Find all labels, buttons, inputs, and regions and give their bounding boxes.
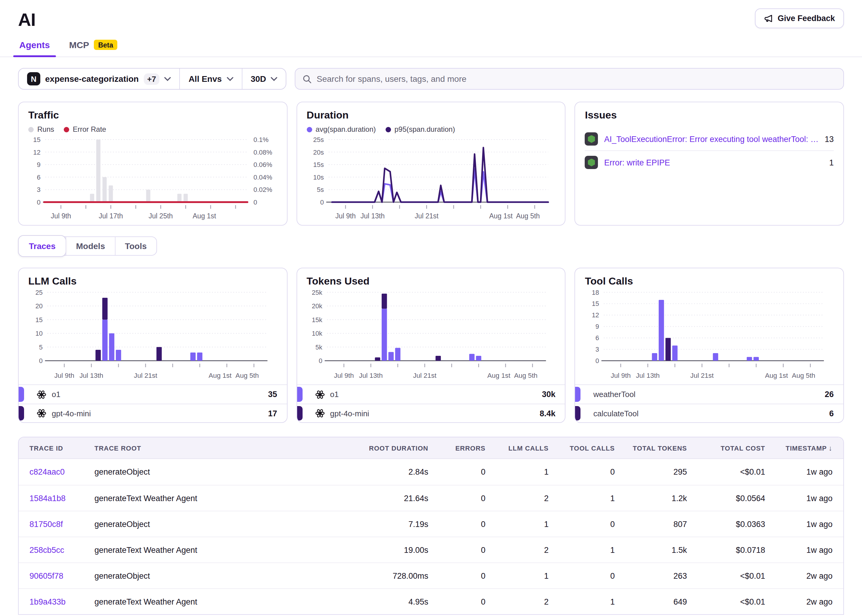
series-swatch <box>19 387 24 402</box>
table-row[interactable]: 90605f78generateObject728.00ms010263<$0.… <box>19 563 843 588</box>
tab-agents[interactable]: Agents <box>18 40 51 57</box>
env-label: All Envs <box>188 74 222 83</box>
series-label: o1 <box>52 390 262 399</box>
traffic-bar <box>108 185 113 202</box>
col-timestamp[interactable]: TIMESTAMP↓ <box>765 444 832 452</box>
cell-trace-root: generateText Weather Agent <box>94 545 332 554</box>
series-total: 6 <box>829 409 834 418</box>
svg-text:Jul 25th: Jul 25th <box>149 212 173 220</box>
table-row[interactable]: 1584a1b8generateText Weather Agent21.64s… <box>19 485 843 511</box>
search-icon <box>303 74 312 83</box>
llm_calls-bar-gpt-4o-mini <box>156 347 162 361</box>
col-root-duration[interactable]: ROOT DURATION <box>332 444 428 451</box>
env-selector[interactable]: All Envs <box>179 69 242 89</box>
series-label: calculateTool <box>594 409 824 418</box>
cell-timestamp[interactable]: 1w ago <box>765 519 832 528</box>
llm_calls-bar-o1 <box>116 350 121 361</box>
nodejs-icon <box>585 132 598 146</box>
cell-trace-id[interactable]: 90605f78 <box>30 571 94 580</box>
runs-dot <box>28 127 34 132</box>
llm_calls-bar-o1 <box>109 333 115 361</box>
issue-link[interactable]: Error: write EPIPE <box>604 158 823 167</box>
cell-trace-root: generateObject <box>94 519 332 528</box>
metric-cards: LLM Calls 0510152025Jul 9thJul 13thJul 2… <box>18 268 844 423</box>
svg-text:Jul 9th: Jul 9th <box>55 372 74 379</box>
cell-trace-id[interactable]: 1584a1b8 <box>30 493 94 503</box>
legend-row-o1[interactable]: o135 <box>19 385 287 404</box>
svg-text:Jul 13th: Jul 13th <box>360 212 385 220</box>
issue-link[interactable]: AI_ToolExecutionError: Error executing t… <box>604 134 819 143</box>
cell-errors: 0 <box>428 493 485 503</box>
cell-trace-id[interactable]: 258cb5cc <box>30 545 94 554</box>
traffic-chart: 0030.02%60.04%90.06%120.08%150.1%Jul 9th… <box>28 134 277 222</box>
tokens_used-bar-o1 <box>388 352 394 361</box>
traces-table: TRACE ID TRACE ROOT ROOT DURATION ERRORS… <box>18 437 844 615</box>
tool_calls-bar-weatherTool <box>672 346 678 361</box>
legend-row-o1[interactable]: o130k <box>297 385 565 404</box>
col-errors[interactable]: ERRORS <box>428 444 485 451</box>
llm_calls-bar-o1 <box>197 352 203 361</box>
cell-timestamp[interactable]: 1w ago <box>765 493 832 503</box>
traffic-bar <box>102 177 107 202</box>
cell-timestamp[interactable]: 1w ago <box>765 467 832 476</box>
main-content: N expense-categorization +7 All Envs 30D <box>0 68 862 615</box>
svg-text:Jul 13th: Jul 13th <box>636 372 660 379</box>
tool_calls-bar-weatherTool <box>754 357 759 361</box>
legend-row-gpt-4o-mini[interactable]: gpt-4o-mini8.4k <box>297 404 565 422</box>
project-selector[interactable]: N expense-categorization +7 <box>19 69 179 89</box>
svg-text:0: 0 <box>319 357 322 365</box>
cell-timestamp[interactable]: 2w ago <box>765 571 832 580</box>
subtab-tools[interactable]: Tools <box>115 237 156 255</box>
svg-text:20s: 20s <box>313 149 323 156</box>
traffic-bar <box>177 194 182 202</box>
cell-trace-root: generateObject <box>94 571 332 580</box>
col-total-cost[interactable]: TOTAL COST <box>687 444 765 451</box>
svg-text:15: 15 <box>36 316 43 324</box>
table-row[interactable]: c824aac0generateObject2.84s010295<$0.011… <box>19 459 843 485</box>
svg-text:Aug 5th: Aug 5th <box>792 372 816 379</box>
search-bar[interactable] <box>295 68 844 90</box>
series-total: 30k <box>542 390 556 399</box>
date-range-selector[interactable]: 30D <box>242 69 286 89</box>
cell-trace-id[interactable]: 81750c8f <box>30 519 94 528</box>
legend-row-calculateTool[interactable]: calculateTool6 <box>575 404 843 422</box>
table-row[interactable]: 81750c8fgenerateObject7.19s010807$0.0363… <box>19 511 843 537</box>
table-body: c824aac0generateObject2.84s010295<$0.011… <box>19 459 843 614</box>
search-input[interactable] <box>317 74 836 83</box>
tab-mcp[interactable]: MCP Beta <box>68 40 119 57</box>
cell-total-cost: <$0.01 <box>687 571 765 580</box>
give-feedback-button[interactable]: Give Feedback <box>755 8 844 28</box>
table-row[interactable]: 258cb5ccgenerateText Weather Agent19.00s… <box>19 537 843 563</box>
table-row[interactable]: 1b9a433bgenerateText Weather Agent4.95s0… <box>19 588 843 614</box>
active-tab-underline <box>13 55 56 57</box>
col-tool-calls[interactable]: TOOL CALLS <box>549 444 615 451</box>
subtab-models[interactable]: Models <box>66 237 115 255</box>
cell-total-tokens: 649 <box>615 597 687 606</box>
issue-list: AI_ToolExecutionError: Error executing t… <box>585 127 834 174</box>
svg-text:Jul 21st: Jul 21st <box>415 212 438 220</box>
cell-llm-calls: 2 <box>485 597 549 606</box>
svg-text:25k: 25k <box>312 289 322 296</box>
cell-total-cost: $0.0718 <box>687 545 765 554</box>
cell-trace-id[interactable]: 1b9a433b <box>30 597 94 606</box>
megaphone-icon <box>764 14 773 23</box>
col-trace-id[interactable]: TRACE ID <box>30 444 94 451</box>
legend-row-weatherTool[interactable]: weatherTool26 <box>575 385 843 404</box>
openai-icon <box>315 390 325 399</box>
series-label: gpt-4o-mini <box>330 409 534 418</box>
issue-row: AI_ToolExecutionError: Error executing t… <box>585 127 834 150</box>
project-extra-count: +7 <box>143 73 160 85</box>
col-trace-root[interactable]: TRACE ROOT <box>94 444 332 451</box>
legend-row-gpt-4o-mini[interactable]: gpt-4o-mini17 <box>19 404 287 422</box>
series-swatch <box>575 387 581 402</box>
cell-timestamp[interactable]: 1w ago <box>765 545 832 554</box>
subtab-traces[interactable]: Traces <box>18 235 66 257</box>
cell-timestamp[interactable]: 2w ago <box>765 597 832 606</box>
col-llm-calls[interactable]: LLM CALLS <box>485 444 549 451</box>
issue-count: 1 <box>829 158 834 167</box>
col-total-tokens[interactable]: TOTAL TOKENS <box>615 444 687 451</box>
svg-text:15: 15 <box>33 136 40 143</box>
cell-trace-id[interactable]: c824aac0 <box>30 467 94 476</box>
issues-title: Issues <box>585 110 834 121</box>
traffic-bar <box>184 194 188 202</box>
